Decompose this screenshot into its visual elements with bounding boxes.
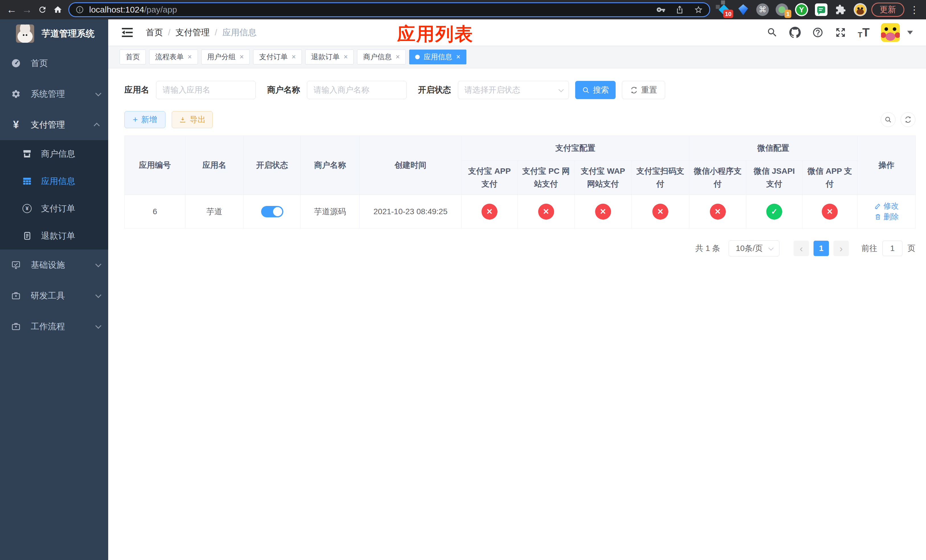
sidebar-item-app-info[interactable]: 应用信息 bbox=[0, 168, 108, 195]
status-select-placeholder: 请选择开启状态 bbox=[465, 85, 559, 95]
payment-submenu: 商户信息 应用信息 ¥ 支付订单 退款订单 bbox=[0, 140, 108, 250]
browser-forward-icon[interactable]: → bbox=[20, 2, 35, 17]
briefcase-icon bbox=[11, 291, 21, 301]
sidebar-logo-row[interactable]: 芋道管理系统 bbox=[0, 20, 108, 48]
add-button[interactable]: + 新增 bbox=[124, 111, 165, 128]
browser-refresh-icon[interactable] bbox=[35, 2, 50, 17]
sidebar-item-label: 首页 bbox=[31, 58, 48, 69]
col-header-app-name: 应用名 bbox=[185, 136, 244, 195]
refresh-table-button[interactable] bbox=[901, 112, 915, 127]
top-navbar: 首页 / 支付管理 / 应用信息 应用列表 TT bbox=[108, 20, 926, 45]
user-avatar[interactable] bbox=[881, 23, 900, 42]
breadcrumb-home[interactable]: 首页 bbox=[146, 27, 163, 38]
sidebar-item-pay-order[interactable]: ¥ 支付订单 bbox=[0, 195, 108, 222]
tab-merchant-info[interactable]: 商户信息 × bbox=[357, 50, 406, 64]
extension-chat-icon[interactable] bbox=[815, 3, 828, 16]
col-header-app-id: 应用编号 bbox=[125, 136, 185, 195]
close-icon[interactable]: × bbox=[395, 53, 400, 61]
extension-gem-icon[interactable] bbox=[737, 3, 749, 16]
config-status-icon: ✕ bbox=[710, 204, 726, 219]
sidebar-item-label: 系统管理 bbox=[31, 88, 65, 100]
status-select[interactable]: 请选择开启状态 bbox=[458, 81, 569, 99]
sidebar-item-label: 退款订单 bbox=[41, 230, 75, 242]
avatar-caret-icon[interactable] bbox=[907, 31, 913, 35]
close-icon[interactable]: × bbox=[456, 53, 460, 61]
tab-refund-order[interactable]: 退款订单 × bbox=[305, 50, 354, 64]
sidebar-item-label: 基础设施 bbox=[31, 259, 65, 271]
bookmark-star-icon[interactable] bbox=[694, 5, 703, 14]
extension-command-icon[interactable]: ⌘ bbox=[756, 3, 769, 16]
github-icon[interactable] bbox=[789, 27, 801, 38]
close-icon[interactable]: × bbox=[188, 53, 192, 61]
close-icon[interactable]: × bbox=[344, 53, 348, 61]
edit-button[interactable]: 修改 bbox=[874, 201, 899, 211]
extensions-area: 10 ⌘ 1 Y bbox=[717, 3, 867, 16]
delete-button[interactable]: 删除 bbox=[874, 212, 899, 222]
profile-avatar-icon[interactable] bbox=[854, 3, 867, 16]
extensions-puzzle-icon[interactable] bbox=[834, 3, 847, 16]
sidebar-item-label: 工作流程 bbox=[31, 321, 65, 332]
close-icon[interactable]: × bbox=[240, 53, 244, 61]
sidebar-item-workflow[interactable]: 工作流程 bbox=[0, 311, 108, 342]
sidebar-item-home[interactable]: 首页 bbox=[0, 48, 108, 79]
extension-recorder-icon[interactable]: 1 bbox=[776, 3, 788, 16]
export-button[interactable]: 导出 bbox=[172, 111, 213, 128]
app-name-input[interactable] bbox=[156, 81, 256, 99]
help-icon[interactable] bbox=[812, 27, 823, 38]
browser-back-icon[interactable]: ← bbox=[4, 2, 20, 17]
search-button[interactable]: 搜索 bbox=[575, 81, 616, 99]
browser-url-bar[interactable]: localhost:1024/pay/app bbox=[68, 2, 710, 17]
col-header-status: 开启状态 bbox=[244, 136, 301, 195]
tab-app-info[interactable]: 应用信息 × bbox=[409, 50, 466, 64]
merchant-name-label: 商户名称 bbox=[267, 84, 300, 96]
breadcrumb-payment[interactable]: 支付管理 bbox=[176, 27, 210, 38]
merchant-name-input[interactable] bbox=[307, 81, 407, 99]
font-size-icon[interactable]: TT bbox=[858, 26, 870, 38]
status-toggle[interactable] bbox=[261, 206, 283, 217]
current-page-button[interactable]: 1 bbox=[814, 241, 829, 256]
password-key-icon[interactable] bbox=[656, 5, 666, 14]
config-status-icon: ✕ bbox=[538, 204, 554, 219]
browser-update-button[interactable]: 更新 bbox=[872, 3, 904, 17]
sidebar-item-merchant-info[interactable]: 商户信息 bbox=[0, 140, 108, 168]
sidebar-item-system[interactable]: 系统管理 bbox=[0, 79, 108, 109]
tab-home[interactable]: 首页 bbox=[120, 50, 146, 64]
toggle-search-button[interactable] bbox=[881, 112, 896, 127]
config-status-icon: ✕ bbox=[595, 204, 611, 219]
tab-user-group[interactable]: 用户分组 × bbox=[201, 50, 250, 64]
url-text[interactable]: localhost:1024/pay/app bbox=[89, 5, 651, 15]
sidebar-item-payment[interactable]: ¥ 支付管理 bbox=[0, 109, 108, 140]
breadcrumb-current: 应用信息 bbox=[222, 27, 257, 38]
page-annotation: 应用列表 bbox=[397, 22, 474, 47]
tab-flow-form[interactable]: 流程表单 × bbox=[149, 50, 198, 64]
close-icon[interactable]: × bbox=[292, 53, 296, 61]
next-page-button[interactable]: › bbox=[834, 241, 849, 256]
download-icon bbox=[179, 116, 186, 124]
extension-diamond-icon[interactable]: 10 bbox=[717, 3, 730, 16]
fullscreen-icon[interactable] bbox=[835, 27, 846, 38]
sidebar-item-refund-order[interactable]: 退款订单 bbox=[0, 222, 108, 250]
active-tab-dot bbox=[415, 55, 420, 59]
sidebar-item-infrastructure[interactable]: 基础设施 bbox=[0, 250, 108, 280]
app-name-label: 应用名 bbox=[124, 84, 149, 96]
app-title: 芋道管理系统 bbox=[42, 28, 95, 39]
pencil-icon bbox=[874, 202, 882, 210]
reset-button[interactable]: 重置 bbox=[622, 81, 665, 99]
search-icon[interactable] bbox=[767, 27, 778, 38]
refresh-icon bbox=[630, 86, 638, 94]
share-icon[interactable] bbox=[675, 5, 684, 14]
tab-label: 支付订单 bbox=[259, 52, 287, 62]
page-info-icon[interactable] bbox=[76, 5, 84, 14]
sidebar-collapse-icon[interactable] bbox=[121, 27, 133, 38]
page-size-select[interactable]: 10条/页 bbox=[729, 241, 779, 256]
tab-pay-order[interactable]: 支付订单 × bbox=[253, 50, 302, 64]
sidebar-item-dev-tools[interactable]: 研发工具 bbox=[0, 280, 108, 311]
storefront-icon bbox=[22, 149, 32, 159]
prev-page-button[interactable]: ‹ bbox=[794, 241, 809, 256]
col-header-wechat-app: 微信 APP 支付 bbox=[802, 161, 857, 195]
extension-y-icon[interactable]: Y bbox=[795, 3, 808, 16]
browser-menu-icon[interactable]: ⋮ bbox=[906, 4, 922, 15]
browser-home-icon[interactable] bbox=[50, 2, 65, 17]
config-status-icon: ✓ bbox=[766, 204, 782, 219]
goto-page-input[interactable] bbox=[882, 241, 902, 256]
